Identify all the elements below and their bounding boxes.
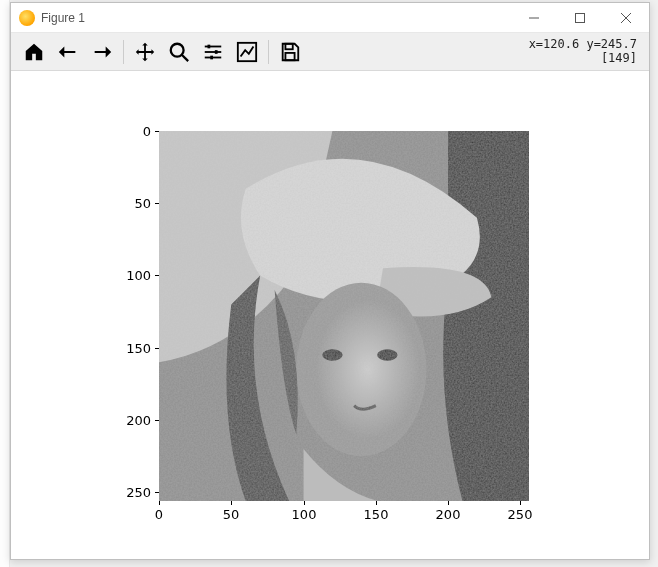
axes-button[interactable]: [231, 37, 263, 67]
x-tick-label: 100: [292, 507, 317, 522]
sliders-icon: [202, 41, 224, 63]
svg-rect-7: [208, 44, 211, 48]
minimize-button[interactable]: [511, 3, 557, 33]
svg-point-18: [377, 349, 397, 361]
y-tick-label: 100: [111, 268, 151, 283]
subplots-button[interactable]: [197, 37, 229, 67]
svg-rect-13: [285, 43, 292, 49]
titlebar: Figure 1: [11, 3, 649, 33]
y-tick-label: 150: [111, 341, 151, 356]
cursor-value: [149]: [529, 52, 637, 66]
cursor-readout: x=120.6 y=245.7 [149]: [529, 38, 643, 66]
y-tick-label: 0: [111, 124, 151, 139]
y-tick-label: 200: [111, 413, 151, 428]
pan-button[interactable]: [129, 37, 161, 67]
separator: [268, 40, 269, 64]
figure-window: Figure 1: [10, 2, 650, 560]
zoom-button[interactable]: [163, 37, 195, 67]
home-icon: [23, 41, 45, 63]
y-tick-label: 250: [111, 485, 151, 500]
close-button[interactable]: [603, 3, 649, 33]
window-title: Figure 1: [41, 11, 85, 25]
arrow-right-icon: [91, 41, 113, 63]
save-icon: [279, 41, 301, 63]
svg-rect-14: [285, 52, 294, 59]
zoom-icon: [168, 41, 190, 63]
arrow-left-icon: [57, 41, 79, 63]
save-button[interactable]: [274, 37, 306, 67]
svg-rect-11: [210, 55, 213, 59]
app-icon: [19, 10, 35, 26]
svg-rect-9: [215, 50, 218, 54]
x-tick-label: 150: [364, 507, 389, 522]
grayscale-image: [159, 131, 529, 501]
forward-button[interactable]: [86, 37, 118, 67]
x-tick-label: 0: [155, 507, 163, 522]
svg-line-5: [182, 54, 188, 60]
home-button[interactable]: [18, 37, 50, 67]
svg-point-16: [296, 283, 426, 456]
toolbar: x=120.6 y=245.7 [149]: [11, 33, 649, 71]
svg-point-17: [322, 349, 342, 361]
cursor-coord: x=120.6 y=245.7: [529, 38, 637, 52]
y-tick-label: 50: [111, 196, 151, 211]
separator: [123, 40, 124, 64]
maximize-button[interactable]: [557, 3, 603, 33]
x-tick-label: 200: [436, 507, 461, 522]
move-icon: [134, 41, 156, 63]
back-button[interactable]: [52, 37, 84, 67]
figure-canvas[interactable]: 0 50 100 150 200 250 0 50 100 150 200 25…: [11, 71, 649, 559]
image-axes[interactable]: [159, 131, 529, 501]
svg-rect-1: [576, 13, 585, 22]
x-tick-label: 250: [508, 507, 533, 522]
svg-point-4: [171, 43, 184, 56]
x-tick-label: 50: [223, 507, 240, 522]
chart-icon: [236, 41, 258, 63]
